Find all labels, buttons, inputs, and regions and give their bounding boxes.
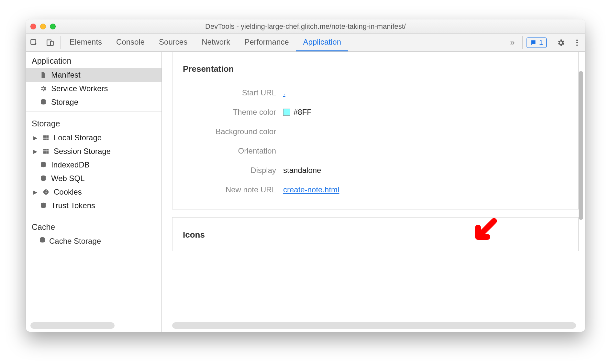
content-h-scrollbar[interactable] (172, 322, 576, 329)
bottom-scroll-area (26, 322, 585, 332)
label-orientation: Orientation (176, 146, 283, 155)
sidebar-item-label: Service Workers (51, 84, 108, 93)
svg-point-13 (46, 190, 47, 191)
label-start-url: Start URL (176, 88, 283, 97)
sidebar-item-label: Cache Storage (49, 237, 101, 246)
sidebar-item-indexeddb[interactable]: IndexedDB (26, 158, 161, 172)
sidebar-item-label: Web SQL (51, 174, 85, 183)
presentation-panel: Presentation Start URL . Theme color #8F… (172, 52, 579, 209)
svg-rect-8 (43, 149, 49, 154)
svg-point-12 (45, 191, 45, 191)
presentation-title: Presentation (176, 61, 574, 83)
svg-point-5 (576, 44, 578, 46)
devtools-toolbar: Elements Console Sources Network Perform… (26, 34, 585, 52)
sidebar-item-manifest[interactable]: Manifest (26, 68, 161, 82)
vertical-scrollbar[interactable] (579, 71, 583, 220)
label-background-color: Background color (176, 127, 283, 136)
row-start-url: Start URL . (176, 83, 574, 102)
sidebar-item-label: Cookies (54, 187, 82, 197)
sidebar-item-cookies[interactable]: ▶ Cookies (26, 185, 161, 199)
sidebar-item-label: Trust Tokens (51, 201, 95, 210)
sidebar-item-label: Session Storage (54, 147, 111, 156)
section-storage-title: Storage (26, 114, 161, 131)
row-new-note-url: New note URL create-note.html (176, 180, 574, 199)
close-window-button[interactable] (30, 24, 36, 29)
sidebar-item-cache-storage[interactable]: Cache Storage (26, 234, 161, 248)
sidebar-item-local-storage[interactable]: ▶ Local Storage (26, 131, 161, 145)
label-display: Display (176, 166, 283, 175)
issues-badge[interactable]: 1 (527, 37, 547, 48)
separator (60, 36, 61, 49)
icons-panel: Icons (172, 217, 579, 251)
device-toggle-icon[interactable] (42, 34, 58, 51)
svg-point-11 (43, 189, 49, 195)
database-icon (39, 174, 48, 183)
table-icon (41, 147, 50, 156)
svg-rect-2 (50, 41, 53, 45)
label-theme-color: Theme color (176, 108, 283, 117)
expand-arrow-icon[interactable]: ▶ (32, 189, 38, 195)
database-icon (39, 160, 48, 169)
tab-application[interactable]: Application (296, 34, 348, 51)
tab-performance[interactable]: Performance (237, 34, 296, 51)
more-tabs-button[interactable]: » (505, 34, 520, 51)
sidebar-item-label: Manifest (51, 70, 81, 80)
gear-icon (39, 84, 48, 93)
cookie-icon (41, 187, 50, 197)
tab-sources[interactable]: Sources (152, 34, 194, 51)
tab-console[interactable]: Console (109, 34, 152, 51)
row-display: Display standalone (176, 161, 574, 180)
window-titlebar: DevTools - yielding-large-chef.glitch.me… (26, 19, 585, 34)
sidebar-item-session-storage[interactable]: ▶ Session Storage (26, 145, 161, 158)
sidebar-item-websql[interactable]: Web SQL (26, 172, 161, 185)
row-theme-color: Theme color #8FF (176, 102, 574, 122)
issues-count: 1 (539, 38, 543, 47)
sidebar-h-scrollbar[interactable] (30, 322, 115, 329)
row-background-color: Background color (176, 122, 574, 141)
database-icon (39, 237, 46, 246)
svg-point-3 (576, 39, 578, 41)
new-note-url-link[interactable]: create-note.html (283, 185, 339, 194)
traffic-lights (30, 24, 56, 29)
sidebar-item-label: Storage (51, 98, 78, 107)
sidebar-item-label: IndexedDB (51, 160, 90, 169)
separator (522, 36, 523, 49)
display-value: standalone (283, 166, 321, 175)
row-orientation: Orientation (176, 141, 574, 161)
inspect-element-icon[interactable] (26, 34, 42, 51)
sidebar-item-storage[interactable]: Storage (26, 95, 161, 109)
section-application-title: Application (26, 52, 161, 68)
theme-color-value: #8FF (294, 108, 312, 117)
sidebar-item-trust-tokens[interactable]: Trust Tokens (26, 199, 161, 212)
section-cache-title: Cache (26, 218, 161, 234)
tab-network[interactable]: Network (194, 34, 237, 51)
theme-color-swatch (283, 109, 290, 116)
svg-rect-7 (43, 135, 49, 140)
minimize-window-button[interactable] (40, 24, 46, 29)
zoom-window-button[interactable] (50, 24, 56, 29)
table-icon (41, 133, 50, 142)
manifest-content: Presentation Start URL . Theme color #8F… (162, 52, 585, 322)
label-new-note-url: New note URL (176, 185, 283, 194)
sidebar-item-label: Local Storage (54, 133, 102, 142)
expand-arrow-icon[interactable]: ▶ (32, 135, 38, 141)
database-icon (39, 201, 48, 210)
settings-icon[interactable] (553, 38, 569, 47)
kebab-menu-icon[interactable] (569, 38, 585, 47)
svg-point-4 (576, 42, 578, 43)
svg-point-14 (45, 193, 46, 193)
icons-title: Icons (176, 227, 574, 241)
devtools-tabs: Elements Console Sources Network Perform… (62, 34, 505, 51)
svg-point-15 (47, 192, 47, 193)
file-icon (39, 70, 48, 80)
application-sidebar: Application Manifest Service Workers Sto… (26, 52, 162, 322)
tab-elements[interactable]: Elements (62, 34, 109, 51)
sidebar-item-service-workers[interactable]: Service Workers (26, 82, 161, 95)
window-title: DevTools - yielding-large-chef.glitch.me… (26, 22, 585, 31)
expand-arrow-icon[interactable]: ▶ (32, 148, 38, 155)
database-icon (39, 98, 48, 107)
start-url-link[interactable]: . (283, 88, 285, 97)
